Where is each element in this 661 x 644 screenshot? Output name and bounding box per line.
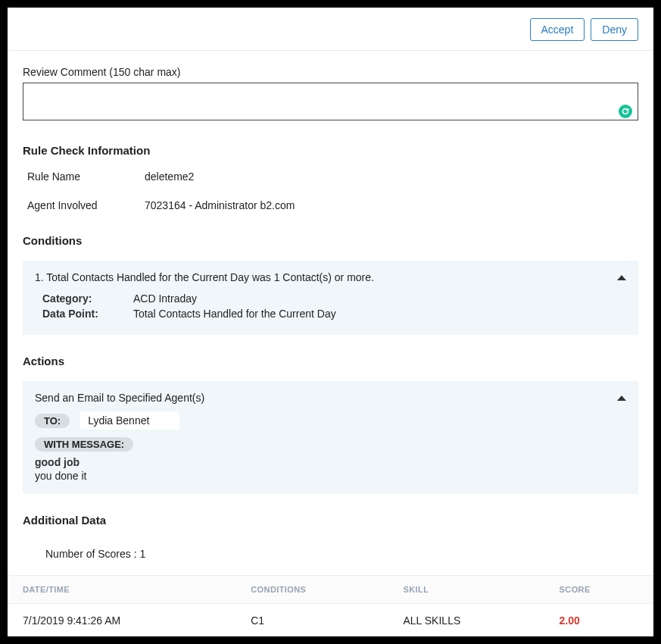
review-comment-input[interactable]	[23, 83, 638, 120]
to-label-pill: TO:	[35, 414, 70, 428]
action-to-line: TO: Lydia Bennet	[35, 411, 626, 430]
conditions-title: Conditions	[23, 234, 638, 247]
grammarly-icon[interactable]	[619, 105, 632, 118]
th-score: SCORE	[544, 576, 653, 604]
conditions-panel: 1. Total Contacts Handled for the Curren…	[23, 261, 638, 335]
scores-table-wrap: DATE/TIME CONDITIONS SKILL SCORE 7/1/201…	[8, 575, 653, 636]
content-area: Review Comment (150 char max) Rule Check…	[8, 51, 653, 636]
chevron-up-icon	[617, 275, 626, 280]
agent-involved-value: 7023164 - Administrator b2.com	[145, 199, 295, 211]
actions-body: TO: Lydia Bennet WITH MESSAGE: good job …	[35, 411, 626, 482]
cell-conditions: C1	[235, 604, 388, 637]
rule-name-row: Rule Name deleteme2	[27, 170, 638, 183]
app-window: Accept Deny Review Comment (150 char max…	[8, 8, 653, 636]
recipient-box: Lydia Bennet	[80, 411, 179, 430]
conditions-panel-header[interactable]: 1. Total Contacts Handled for the Curren…	[35, 271, 626, 283]
actions-panel: Send an Email to Specified Agent(s) TO: …	[23, 381, 638, 494]
agent-involved-label: Agent Involved	[27, 199, 145, 211]
conditions-body: Category: ACD Intraday Data Point: Total…	[35, 292, 626, 320]
with-message-label-pill: WITH MESSAGE:	[35, 437, 133, 452]
message-body: you done it	[35, 470, 626, 482]
number-of-scores: Number of Scores : 1	[23, 540, 638, 575]
agent-involved-row: Agent Involved 7023164 - Administrator b…	[27, 199, 638, 211]
cell-datetime: 7/1/2019 9:41:26 AM	[8, 604, 235, 637]
th-skill: SKILL	[388, 576, 544, 604]
condition-datapoint-value: Total Contacts Handled for the Current D…	[133, 308, 336, 320]
condition-category-label: Category:	[42, 292, 133, 305]
review-comment-label: Review Comment (150 char max)	[23, 66, 638, 78]
cell-score: 2.00	[544, 604, 653, 637]
chevron-up-icon	[617, 395, 626, 401]
rule-name-label: Rule Name	[27, 170, 145, 183]
actions-title: Actions	[23, 355, 638, 367]
rule-info-grid: Rule Name deleteme2 Agent Involved 70231…	[27, 170, 638, 211]
message-subject: good job	[35, 456, 626, 468]
th-datetime: DATE/TIME	[8, 576, 235, 604]
condition-datapoint-label: Data Point:	[42, 308, 133, 320]
table-row: 7/1/2019 9:41:26 AM C1 ALL SKILLS 2.00	[8, 604, 653, 637]
table-header-row: DATE/TIME CONDITIONS SKILL SCORE	[8, 576, 653, 604]
additional-data-title: Additional Data	[23, 514, 638, 527]
action-summary: Send an Email to Specified Agent(s)	[35, 392, 204, 404]
review-comment-wrapper	[23, 83, 638, 123]
accept-button[interactable]: Accept	[530, 18, 585, 41]
cell-skill: ALL SKILLS	[388, 604, 544, 637]
rule-info-title: Rule Check Information	[23, 144, 638, 157]
scores-table: DATE/TIME CONDITIONS SKILL SCORE 7/1/201…	[8, 575, 653, 636]
deny-button[interactable]: Deny	[591, 18, 638, 41]
rule-name-value: deleteme2	[145, 170, 194, 183]
actions-panel-header[interactable]: Send an Email to Specified Agent(s)	[35, 392, 626, 404]
condition-summary: 1. Total Contacts Handled for the Curren…	[35, 271, 374, 283]
condition-category-value: ACD Intraday	[133, 292, 197, 305]
th-conditions: CONDITIONS	[235, 576, 388, 604]
topbar: Accept Deny	[8, 8, 653, 51]
